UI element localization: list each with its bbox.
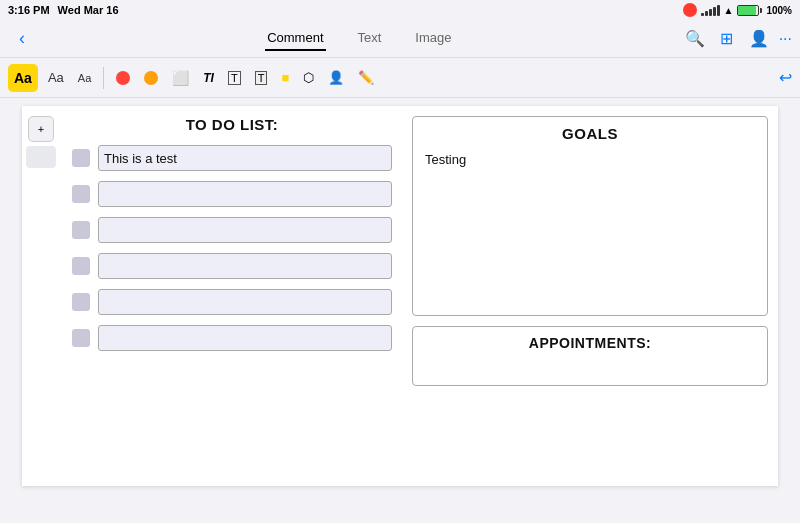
status-right: ▲ 100% — [683, 3, 792, 17]
wifi-icon: ▲ — [724, 5, 734, 16]
battery-indicator: 100% — [737, 5, 792, 16]
appointments-box: APPOINTMENTS: — [412, 326, 768, 386]
todo-checkbox-4[interactable] — [72, 257, 90, 275]
highlight-icon: ■ — [281, 70, 289, 85]
text-box-icon: T — [228, 71, 241, 85]
more-icon[interactable]: ··· — [779, 30, 792, 48]
tab-text[interactable]: Text — [356, 26, 384, 51]
todo-row-6 — [72, 325, 392, 351]
todo-checkbox-6[interactable] — [72, 329, 90, 347]
shape-button[interactable]: ⬡ — [299, 64, 318, 92]
goals-box: GOALS Testing — [412, 116, 768, 316]
stamp-icon: 👤 — [328, 70, 344, 85]
nav-actions: 🔍 ⊞ 👤 ··· — [683, 27, 792, 51]
todo-checkbox-1[interactable] — [72, 149, 90, 167]
todo-row-3 — [72, 217, 392, 243]
pen-orange-icon — [144, 71, 158, 85]
todo-input-4[interactable] — [98, 253, 392, 279]
todo-checkbox-3[interactable] — [72, 221, 90, 239]
undo-button[interactable]: ↩ — [779, 68, 792, 87]
date-display: Wed Mar 16 — [58, 4, 119, 16]
font-large-button[interactable]: Aa — [8, 64, 38, 92]
nav-tabs: Comment Text Image — [36, 26, 683, 51]
toolbar: Aa Aa Aa ⬜ TI T T ■ ⬡ 👤 ✏️ ↩ — [0, 58, 800, 98]
text-insert-button[interactable]: TI — [199, 64, 218, 92]
time-display: 3:16 PM — [8, 4, 50, 16]
todo-title: TO DO LIST: — [72, 116, 392, 133]
text-box-filled-icon: T — [255, 71, 268, 85]
todo-input-6[interactable] — [98, 325, 392, 351]
goals-content: Testing — [421, 150, 759, 169]
todo-row-4 — [72, 253, 392, 279]
pen-red-icon — [116, 71, 130, 85]
sidebar-add-button[interactable]: + — [28, 116, 54, 142]
nav-bar: ‹ Comment Text Image 🔍 ⊞ 👤 ··· — [0, 20, 800, 58]
divider-1 — [103, 67, 104, 89]
todo-row-2 — [72, 181, 392, 207]
todo-input-5[interactable] — [98, 289, 392, 315]
battery-percent: 100% — [766, 5, 792, 16]
text-box-button[interactable]: T — [224, 64, 245, 92]
status-left: 3:16 PM Wed Mar 16 — [8, 4, 119, 16]
todo-input-1[interactable] — [98, 145, 392, 171]
todo-checkbox-2[interactable] — [72, 185, 90, 203]
grid-icon[interactable]: ⊞ — [715, 27, 739, 51]
eraser-button[interactable]: ⬜ — [168, 64, 193, 92]
status-bar: 3:16 PM Wed Mar 16 ▲ 100% — [0, 0, 800, 20]
text-box-filled-button[interactable]: T — [251, 64, 272, 92]
right-section: GOALS Testing APPOINTMENTS: — [412, 116, 768, 466]
shape-icon: ⬡ — [303, 70, 314, 85]
page: + TO DO LIST: — [22, 106, 778, 486]
notification-dot — [683, 3, 697, 17]
signal-bars — [701, 5, 720, 16]
back-button[interactable]: ‹ — [8, 25, 36, 53]
stamp-button[interactable]: 👤 — [324, 64, 348, 92]
todo-row-5 — [72, 289, 392, 315]
sidebar-thumbnail[interactable] — [26, 146, 56, 168]
todo-input-2[interactable] — [98, 181, 392, 207]
pen-orange-button[interactable] — [140, 64, 162, 92]
pen-red-button[interactable] — [112, 64, 134, 92]
todo-input-3[interactable] — [98, 217, 392, 243]
tab-comment[interactable]: Comment — [265, 26, 325, 51]
pen-free-icon: ✏️ — [358, 70, 374, 85]
eraser-icon: ⬜ — [172, 70, 189, 86]
appointments-title: APPOINTMENTS: — [421, 335, 759, 351]
font-small-button[interactable]: Aa — [74, 64, 95, 92]
pen-free-button[interactable]: ✏️ — [354, 64, 378, 92]
person-icon[interactable]: 👤 — [747, 27, 771, 51]
goals-title: GOALS — [421, 125, 759, 142]
main-content: TO DO LIST: — [22, 106, 778, 476]
todo-row-1 — [72, 145, 392, 171]
todo-rows — [72, 145, 392, 351]
tab-image[interactable]: Image — [413, 26, 453, 51]
text-insert-icon: TI — [203, 71, 214, 85]
todo-section: TO DO LIST: — [72, 116, 392, 466]
font-medium-button[interactable]: Aa — [44, 64, 68, 92]
todo-checkbox-5[interactable] — [72, 293, 90, 311]
search-icon[interactable]: 🔍 — [683, 27, 707, 51]
highlight-button[interactable]: ■ — [277, 64, 293, 92]
